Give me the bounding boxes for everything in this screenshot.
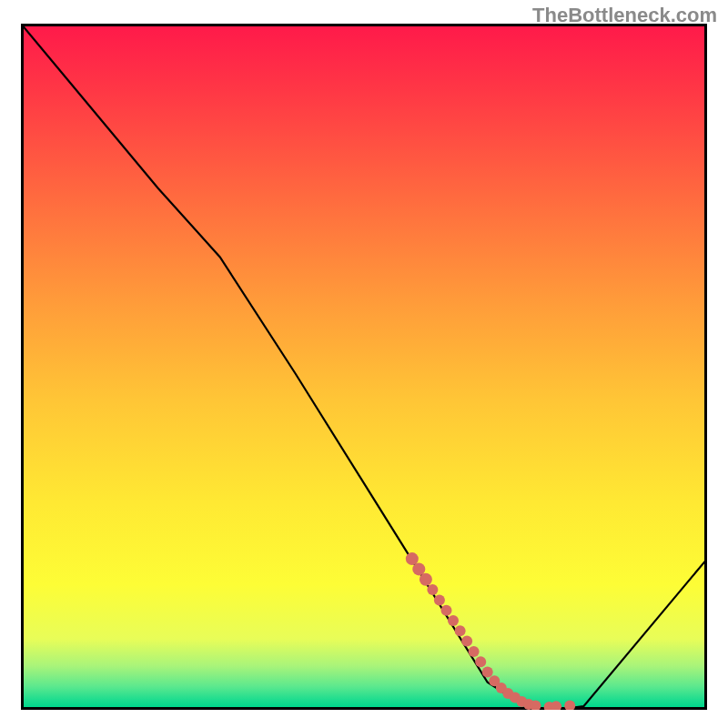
highlight-dot — [564, 701, 575, 711]
highlight-dot — [475, 656, 486, 667]
highlight-dot — [455, 625, 466, 636]
chart-svg — [21, 24, 707, 710]
bottleneck-curve-line — [21, 24, 707, 710]
highlight-dot — [420, 573, 432, 586]
highlight-dot — [482, 667, 493, 678]
highlight-dots-group — [406, 552, 575, 710]
highlight-dot — [461, 636, 472, 647]
highlight-dot — [434, 594, 445, 605]
highlight-dot — [448, 615, 459, 626]
highlight-dot — [551, 701, 561, 710]
highlight-dot — [441, 605, 452, 616]
highlight-dot — [469, 646, 480, 657]
highlight-dot — [427, 584, 438, 595]
watermark-text: TheBottleneck.com — [532, 4, 717, 27]
chart-area — [21, 24, 707, 710]
